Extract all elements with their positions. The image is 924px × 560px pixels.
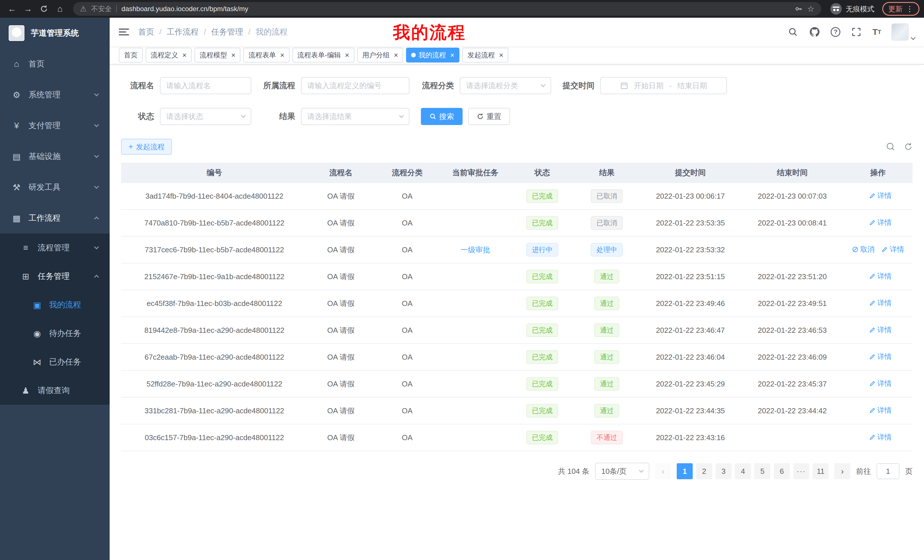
result-select[interactable]: 请选择流结果	[301, 108, 410, 125]
password-key-icon[interactable]	[795, 5, 802, 13]
search-toggle-icon[interactable]	[886, 142, 895, 151]
tab[interactable]: 流程表单-编辑 ×	[292, 48, 354, 63]
sidebar-item-leave-query[interactable]: ♟ 请假查询	[0, 376, 110, 405]
sidebar-toggle-icon[interactable]	[119, 28, 129, 35]
cell-id: ec45f38f-7b9a-11ec-b03b-acde48001122	[121, 290, 308, 317]
detail-button[interactable]: 详情	[869, 352, 892, 361]
submit-time-range-picker[interactable]: 开始日期 - 结束日期	[600, 77, 727, 94]
close-icon[interactable]: ×	[450, 51, 454, 59]
fullscreen-icon[interactable]	[850, 26, 862, 38]
app-logo[interactable]: 芋道管理系统	[0, 18, 110, 48]
sidebar-item-dev-tools[interactable]: ⚒ 研发工具	[0, 172, 110, 203]
home-button[interactable]: ⌂	[52, 1, 68, 16]
sidebar-item-system-management[interactable]: ⚙ 系统管理	[0, 79, 110, 110]
detail-button[interactable]: 详情	[881, 245, 904, 254]
create-process-button[interactable]: + 发起流程	[121, 139, 172, 155]
sidebar-item-task-management[interactable]: ⊞ 任务管理	[0, 262, 110, 290]
sidebar-item-my-process[interactable]: ▣ 我的流程	[0, 290, 110, 319]
close-icon[interactable]: ×	[345, 51, 349, 59]
menu-dots-icon[interactable]: ⋮	[906, 4, 914, 13]
page-button[interactable]: 3	[716, 463, 732, 479]
result-badge: 不通过	[591, 431, 623, 445]
detail-button[interactable]: 详情	[869, 325, 892, 334]
search-button[interactable]: 搜索	[421, 108, 463, 125]
tab-label: 流程模型	[200, 51, 227, 60]
detail-button[interactable]: 详情	[869, 379, 892, 388]
breadcrumb-home[interactable]: 首页	[138, 27, 154, 37]
prev-page-button[interactable]: ‹	[655, 463, 671, 479]
detail-button[interactable]: 详情	[869, 218, 892, 227]
incognito-label: 无痕模式	[846, 4, 874, 14]
tab[interactable]: 发起流程 ×	[462, 48, 508, 63]
process-table: 编号 流程名 流程分类 当前审批任务 状态 结果 提交时间	[121, 163, 913, 451]
page-button[interactable]: ···	[793, 463, 809, 479]
reload-button[interactable]	[36, 1, 51, 16]
page-button[interactable]: 2	[696, 463, 712, 479]
tab[interactable]: 首页 ×	[119, 48, 143, 63]
current-task-link[interactable]: 一级审批	[460, 245, 490, 255]
cell-category: OA	[374, 183, 440, 210]
refresh-icon[interactable]	[904, 142, 913, 151]
cell-actions: 取消 详情	[843, 183, 913, 210]
reset-button[interactable]: 重置	[468, 108, 510, 125]
breadcrumb-task-management[interactable]: 任务管理	[211, 27, 243, 37]
result-placeholder: 请选择流结果	[307, 112, 396, 121]
owner-process-input[interactable]	[301, 77, 410, 94]
detail-button[interactable]: 详情	[869, 298, 892, 308]
sidebar-item-infrastructure[interactable]: ▤ 基础设施	[0, 141, 110, 172]
font-size-icon[interactable]: TT	[872, 26, 881, 38]
forward-button[interactable]: →	[21, 1, 35, 16]
detail-button[interactable]: 详情	[869, 433, 892, 442]
cell-status: 已完成	[510, 183, 574, 210]
menu-label: 工作流程	[28, 213, 88, 223]
cell-id: 3ad174fb-7b9d-11ec-8404-acde48001122	[121, 183, 308, 210]
sidebar-item-workflow[interactable]: ▦ 工作流程	[0, 203, 110, 234]
sidebar-item-payment-management[interactable]: ¥ 支付管理	[0, 110, 110, 141]
goto-page-input[interactable]	[877, 463, 900, 479]
avatar-image	[891, 23, 909, 40]
process-name-input[interactable]	[160, 77, 251, 94]
bookmark-star-icon[interactable]: ☆	[807, 4, 814, 14]
address-bar[interactable]: ⚠ 不安全 dashboard.yudao.iocoder.cn/bpm/tas…	[73, 2, 821, 16]
sidebar-item-todo-tasks[interactable]: ◉ 待办任务	[0, 319, 110, 347]
page-button[interactable]: 5	[754, 463, 770, 479]
page-button[interactable]: 11	[813, 463, 829, 479]
github-icon[interactable]	[809, 26, 820, 38]
breadcrumb-workflow[interactable]: 工作流程	[167, 27, 199, 37]
cancel-button[interactable]: 取消	[852, 245, 874, 254]
tab[interactable]: 用户分组 ×	[357, 48, 403, 63]
user-icon: ♟	[21, 386, 31, 395]
close-icon[interactable]: ×	[231, 51, 235, 59]
status-select[interactable]: 请选择状态	[160, 108, 251, 125]
chevron-down-icon	[94, 184, 99, 189]
page-button[interactable]: 4	[735, 463, 751, 479]
help-icon[interactable]: ?	[831, 27, 840, 37]
tab[interactable]: 我的流程 ×	[406, 48, 459, 63]
page-button[interactable]: 6	[774, 463, 790, 479]
tab[interactable]: 流程定义 ×	[146, 48, 192, 63]
close-icon[interactable]: ×	[182, 51, 186, 59]
detail-button[interactable]: 详情	[869, 191, 892, 201]
page-size-select[interactable]: 10条/页	[595, 463, 650, 480]
update-button[interactable]: 更新 ⋮	[882, 2, 920, 16]
next-page-button[interactable]: ›	[834, 463, 850, 479]
close-icon[interactable]: ×	[394, 51, 398, 59]
edit-icon	[869, 219, 876, 226]
category-select[interactable]: 请选择流程分类	[460, 77, 551, 94]
tab[interactable]: 流程表单 ×	[243, 48, 289, 63]
user-avatar[interactable]	[891, 23, 915, 40]
sidebar-item-process-management[interactable]: ≡ 流程管理	[0, 234, 110, 262]
cell-submit-time: 2022-01-23 00:06:17	[639, 183, 741, 210]
tab[interactable]: 流程模型 ×	[195, 48, 240, 63]
back-button[interactable]: ←	[4, 1, 20, 16]
yuan-icon: ¥	[11, 121, 22, 130]
status-label: 状态	[121, 111, 160, 122]
page-button[interactable]: 1	[677, 463, 693, 479]
detail-button[interactable]: 详情	[869, 406, 892, 415]
sidebar-item-home[interactable]: ⌂ 首页	[0, 48, 110, 79]
close-icon[interactable]: ×	[280, 51, 284, 59]
close-icon[interactable]: ×	[499, 51, 503, 59]
sidebar-item-done-tasks[interactable]: ⋈ 已办任务	[0, 347, 110, 376]
detail-button[interactable]: 详情	[869, 271, 892, 281]
search-icon[interactable]	[787, 26, 799, 38]
